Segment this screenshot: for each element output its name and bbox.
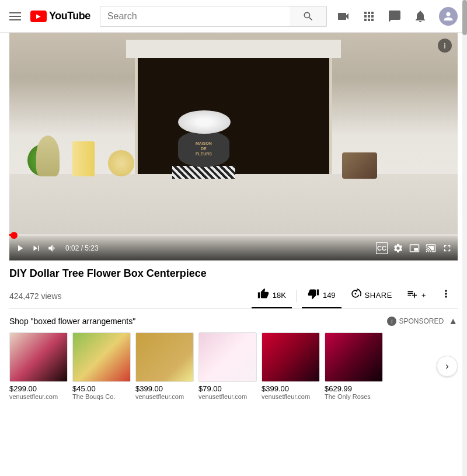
product-image [72, 332, 131, 382]
youtube-icon [30, 11, 47, 22]
product-price: $79.00 [198, 384, 257, 393]
dislike-count: 149 [323, 291, 336, 300]
message-icon [388, 9, 402, 23]
volume-icon [47, 243, 58, 253]
product-source: venusetfleur.com [262, 393, 320, 400]
header-left: YouTube [9, 10, 90, 22]
create-video-button[interactable] [336, 9, 350, 23]
box: MAISONDEFLEURS [178, 131, 229, 167]
cc-button[interactable]: CC [376, 242, 388, 254]
apps-button[interactable] [362, 9, 376, 23]
avatar[interactable] [439, 7, 458, 26]
view-count: 424,472 views [9, 291, 62, 301]
next-button[interactable] [30, 242, 42, 254]
product-card[interactable]: $79.00 venusetfleur.com [198, 332, 257, 400]
dislike-button[interactable]: 149 [302, 283, 341, 308]
product-card[interactable]: $299.00 venusetfleur.com [9, 332, 68, 400]
product-card[interactable]: $399.00 venusetfleur.com [262, 332, 320, 400]
book-decor [342, 152, 377, 179]
shop-products-list: $299.00 venusetfleur.com $45.00 The Bouq… [9, 332, 458, 400]
youtube-wordmark: YouTube [49, 10, 90, 22]
product-source: The Bouqs Co. [72, 393, 131, 400]
like-count: 18K [273, 291, 286, 300]
thumbs-up-icon [257, 288, 269, 303]
shop-header-right: i SPONSORED ▲ [387, 316, 458, 326]
volume-button[interactable] [47, 242, 58, 254]
product-price: $299.00 [9, 384, 68, 393]
shop-header: Shop "boxed flower arrangements" i SPONS… [9, 316, 458, 326]
more-icon [440, 288, 452, 303]
scrollbar-thumb[interactable] [462, 0, 467, 35]
sponsored-icon: i [387, 317, 396, 326]
messages-button[interactable] [388, 9, 402, 23]
cast-icon [426, 243, 436, 253]
time-display: 0:02 / 5:23 [65, 244, 99, 252]
product-card[interactable]: $45.00 The Bouqs Co. [72, 332, 131, 400]
buddha-statue [36, 135, 60, 176]
more-button[interactable] [434, 283, 458, 308]
settings-button[interactable] [392, 242, 404, 254]
search-input[interactable] [100, 6, 290, 27]
product-source: venusetfleur.com [135, 393, 194, 400]
product-source: venusetfleur.com [198, 393, 257, 400]
chevron-right-icon: › [445, 361, 448, 371]
video-info: DIY Dollar Tree Flower Box Centerpiece 4… [0, 260, 467, 308]
product-price: $629.99 [325, 384, 383, 393]
candle [72, 141, 95, 176]
like-button[interactable]: 18K [252, 283, 292, 308]
product-price: $399.00 [135, 384, 194, 393]
add-to-list-icon [406, 288, 418, 303]
cast-button[interactable] [425, 242, 437, 254]
product-image [325, 332, 383, 382]
video-info-button[interactable]: i [438, 39, 452, 53]
video-camera-icon [336, 9, 350, 23]
avatar-icon [442, 10, 455, 23]
miniplayer-button[interactable] [409, 242, 420, 254]
search-bar [100, 6, 327, 27]
video-player[interactable]: MAISONDEFLEURS i 0 [9, 33, 458, 260]
product-source: venusetfleur.com [9, 393, 68, 400]
chevron-up-icon: ▲ [448, 316, 458, 326]
flower-box-arrangement: MAISONDEFLEURS [178, 110, 235, 179]
search-icon [302, 11, 314, 22]
candle-glow [108, 150, 134, 176]
header: YouTube [0, 0, 467, 33]
youtube-logo[interactable]: YouTube [30, 10, 90, 22]
shop-collapse-button[interactable]: ▲ [448, 316, 458, 326]
hamburger-menu-button[interactable] [9, 12, 21, 20]
shop-title: Shop "boxed flower arrangements" [9, 317, 135, 326]
product-card[interactable]: $399.00 venusetfleur.com [135, 332, 194, 400]
header-right [336, 7, 458, 26]
apps-grid-icon [362, 9, 376, 23]
mantel-top [126, 40, 341, 58]
product-image [135, 332, 194, 382]
scrollbar[interactable] [462, 0, 467, 476]
info-icon: i [444, 41, 446, 50]
product-image [198, 332, 257, 382]
add-to-list-button[interactable]: + [400, 283, 432, 308]
shop-products-container: $299.00 venusetfleur.com $45.00 The Bouq… [9, 332, 458, 400]
play-button[interactable] [14, 242, 26, 254]
thumbs-down-icon [308, 288, 319, 303]
search-button[interactable] [290, 6, 327, 27]
video-meta: 424,472 views 18K 149 SHARE [9, 283, 458, 308]
action-buttons: 18K 149 SHARE + [252, 283, 458, 308]
shop-next-button[interactable]: › [437, 356, 458, 377]
share-icon [350, 288, 361, 303]
share-label: SHARE [365, 291, 392, 300]
product-price: $45.00 [72, 384, 131, 393]
like-dislike-divider [297, 290, 297, 302]
product-card[interactable]: $629.99 The Only Roses [325, 332, 383, 400]
bell-icon [413, 9, 427, 23]
sponsored-label: SPONSORED [399, 317, 444, 325]
sponsored-badge: i SPONSORED [387, 317, 444, 326]
play-icon [15, 243, 25, 253]
share-button[interactable]: SHARE [344, 283, 398, 308]
shop-section: Shop "boxed flower arrangements" i SPONS… [0, 309, 467, 400]
skip-next-icon [31, 243, 41, 253]
product-price: $399.00 [262, 384, 320, 393]
fullscreen-button[interactable] [441, 242, 453, 254]
notifications-button[interactable] [413, 9, 427, 23]
product-image [262, 332, 320, 382]
product-source: The Only Roses [325, 393, 383, 400]
